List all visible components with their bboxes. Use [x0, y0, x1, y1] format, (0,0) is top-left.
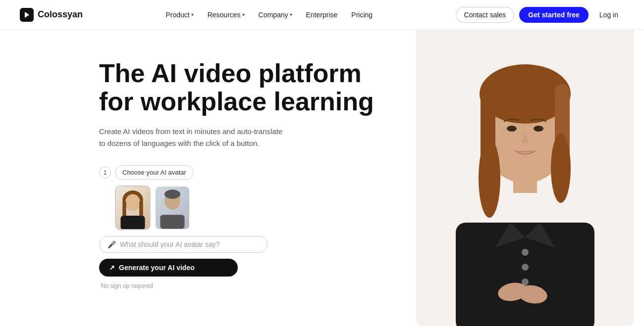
hero-section: The AI video platform for workplace lear… — [0, 30, 644, 326]
nav-enterprise[interactable]: Enterprise — [300, 8, 344, 22]
step1-number: 1 — [99, 167, 111, 179]
generate-label: Generate your AI video — [119, 264, 195, 272]
hero-presenter-image — [406, 30, 644, 326]
avatar-male[interactable] — [155, 186, 190, 230]
avatar-input-placeholder: What should your AI avatar say? — [120, 240, 259, 248]
nav-company-label: Company — [259, 11, 288, 19]
svg-rect-5 — [120, 216, 145, 230]
hero-title-line2: for workplace learning — [99, 87, 374, 116]
nav-resources-label: Resources — [208, 11, 241, 19]
svg-point-20 — [534, 126, 543, 132]
logo-text: Colossyan — [38, 9, 83, 20]
nav-resources[interactable]: Resources ▾ — [202, 8, 251, 22]
svg-marker-0 — [25, 12, 29, 18]
hero-title: The AI video platform for workplace lear… — [99, 59, 396, 116]
hero-subtitle: Create AI videos from text in minutes an… — [99, 126, 287, 149]
chevron-down-icon: ▾ — [290, 12, 292, 17]
nav-links: Product ▾ Resources ▾ Company ▾ Enterpri… — [160, 8, 378, 22]
nav-company[interactable]: Company ▾ — [253, 8, 298, 22]
contact-sales-button[interactable]: Contact sales — [456, 7, 515, 23]
hero-steps: 1 Choose your AI avatar — [99, 165, 396, 289]
step1-badge[interactable]: Choose your AI avatar — [115, 165, 194, 180]
avatar-row — [115, 186, 396, 230]
navigation: Colossyan Product ▾ Resources ▾ Company … — [0, 0, 644, 30]
nav-enterprise-label: Enterprise — [306, 11, 338, 19]
nav-product[interactable]: Product ▾ — [160, 8, 199, 22]
microphone-icon: 🎤 — [107, 240, 116, 248]
nav-product-label: Product — [165, 11, 189, 19]
svg-point-7 — [164, 190, 180, 199]
svg-point-17 — [479, 139, 500, 218]
hero-content: The AI video platform for workplace lear… — [99, 59, 396, 289]
avatar-female-image — [116, 186, 150, 229]
chevron-down-icon: ▾ — [242, 12, 245, 17]
chevron-down-icon: ▾ — [191, 12, 194, 17]
svg-point-22 — [522, 264, 529, 271]
logo[interactable]: Colossyan — [20, 8, 83, 22]
generate-button[interactable]: ↗ Generate your AI video — [99, 259, 238, 277]
step1-label-row: 1 Choose your AI avatar — [99, 165, 396, 180]
login-button[interactable]: Log in — [593, 7, 624, 22]
svg-point-2 — [125, 194, 140, 211]
avatar-female[interactable] — [115, 186, 151, 230]
svg-point-18 — [551, 134, 571, 203]
nav-pricing-label: Pricing — [351, 11, 373, 19]
nav-actions: Contact sales Get started free Log in — [456, 7, 624, 23]
svg-rect-11 — [456, 223, 594, 326]
svg-point-19 — [507, 126, 517, 132]
nav-pricing[interactable]: Pricing — [345, 8, 378, 22]
svg-point-21 — [522, 249, 529, 256]
svg-rect-8 — [160, 215, 184, 229]
avatar-male-image — [156, 186, 189, 229]
avatar-text-input-row[interactable]: 🎤 What should your AI avatar say? — [99, 236, 268, 253]
presenter-svg — [416, 30, 634, 326]
logo-icon — [20, 8, 34, 22]
hero-title-line1: The AI video platform — [99, 59, 362, 88]
no-signup-label: No sign up required — [101, 282, 396, 289]
generate-icon: ↗ — [109, 264, 115, 272]
get-started-button[interactable]: Get started free — [519, 7, 588, 23]
